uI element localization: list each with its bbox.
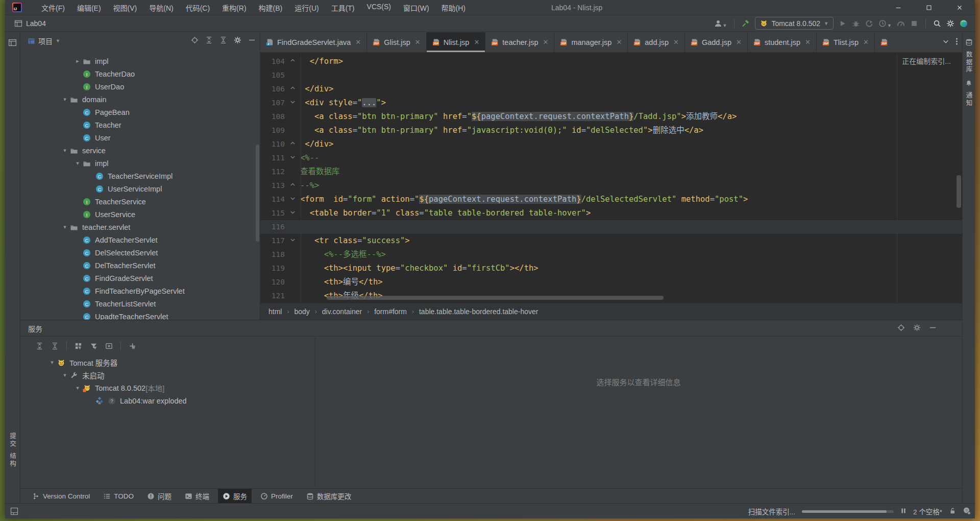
menu-item-1[interactable]: 编辑(E) [72,1,106,15]
chevron-down-icon[interactable]: ▾ [72,160,83,167]
editor-tab-teacher.jsp[interactable]: JSPteacher.jsp✕ [485,32,554,52]
editor-tab-add.jsp[interactable]: JSPadd.jsp✕ [628,32,685,52]
chevron-down-icon[interactable]: ▾ [72,385,83,391]
tree-item-DelTeacherServlet[interactable]: CDelTeacherServlet [20,259,260,272]
pause-icon[interactable] [900,508,906,515]
toolwindow-button-数据库更改[interactable]: 数据库更改 [302,489,356,503]
breadcrumb-item-1[interactable]: body [294,307,309,316]
menu-item-5[interactable]: 重构(R) [217,1,251,15]
breadcrumb-item-0[interactable]: html [268,307,282,316]
gear-icon[interactable] [234,36,241,45]
tree-item-UserDao[interactable]: IUserDao [20,80,260,93]
services-splitter[interactable] [315,337,315,488]
fold-down-icon[interactable] [285,193,300,206]
editor-tab-Glist.jsp[interactable]: JSPGlist.jsp✕ [367,32,426,52]
code-editor[interactable]: 104 </form>105106 </div>107 <div style="… [260,55,962,305]
toolwindow-button-Profiler[interactable]: Profiler [256,490,298,502]
code-line-107[interactable]: 107 <div style="..."> [260,96,962,110]
debug-button-icon[interactable] [852,19,860,28]
tree-item-TeacherListServlet[interactable]: CTeacherListServlet [20,297,260,310]
service-item-Tomcat 服务器[interactable]: ▾Tomcat 服务器 [20,356,187,369]
tree-item-impl[interactable]: ▸impl [20,55,260,67]
editor-hscrollbar[interactable] [327,296,664,300]
notifications-bell-icon[interactable] [963,80,975,87]
services-title[interactable]: 服务 [28,323,42,334]
stripe-structure-label[interactable]: 结构 [8,453,17,467]
menu-item-6[interactable]: 构建(B) [254,1,288,15]
fold-up-icon[interactable] [285,137,300,151]
tree-item-AddTeacherServlet[interactable]: CAddTeacherServlet [20,233,260,246]
tree-item-teacher.servlet[interactable]: ▾teacher.servlet [20,221,260,233]
tree-item-impl[interactable]: ▾impl [20,157,260,170]
tree-item-domain[interactable]: ▾domain [20,93,260,106]
breadcrumb-item-3[interactable]: form#form [374,307,407,316]
menu-item-9[interactable]: VCS(S) [362,1,396,15]
project-scrollbar[interactable] [256,145,259,242]
menu-item-11[interactable]: 帮助(H) [436,1,471,15]
collapse-all-icon[interactable] [219,36,227,45]
search-everywhere-icon[interactable] [933,19,941,28]
code-line-105[interactable]: 105 [260,68,962,82]
project-panel-title[interactable]: 项目 [38,36,53,46]
tab-close-icon[interactable]: ✕ [673,38,679,46]
ide-sphere-icon[interactable] [960,19,968,28]
database-stripe-icon[interactable] [963,38,975,46]
tab-close-icon[interactable]: ✕ [736,38,742,46]
code-line-113[interactable]: 113--%> [260,179,962,193]
menu-item-4[interactable]: 代码(C) [181,1,215,15]
collapse-all-icon[interactable] [51,342,59,350]
group-by-icon[interactable]: ▼ [75,341,82,350]
fold-up-icon[interactable] [285,179,300,193]
editor-vscrollbar[interactable] [957,175,961,208]
code-line-115[interactable]: 115 <table border="1" class="table table… [260,206,962,220]
stripe-commit-label[interactable]: 提交 [8,433,17,447]
help-cloud-icon[interactable]: ? [963,507,971,516]
tree-item-service[interactable]: ▾service [20,144,260,157]
code-line-112[interactable]: 112查看数据库 [260,165,962,179]
code-line-116[interactable]: 116 [260,220,962,234]
chevron-down-icon[interactable]: ▼ [56,38,60,43]
fold-up-icon[interactable] [285,55,300,68]
editor-tab-Nlist.jsp[interactable]: JSPNlist.jsp✕ [427,32,486,52]
chevron-down-icon[interactable]: ▾ [60,372,70,378]
toolwindow-button-问题[interactable]: 问题 [142,489,176,503]
minimize-button[interactable] [883,0,914,15]
maximize-button[interactable] [914,0,944,15]
code-line-104[interactable]: 104 </form> [260,55,962,68]
project-widget[interactable]: Lab04 [14,19,46,28]
tree-item-TeacherService[interactable]: ITeacherService [20,195,260,208]
code-line-111[interactable]: 111<%-- [260,151,962,165]
toolwindow-button-终端[interactable]: 终端 [180,489,214,503]
service-item-Lab04:war exploded[interactable]: G?Lab04:war exploded [20,394,187,407]
code-line-120[interactable]: 120 <th>编号</th> [260,275,962,289]
add-service-icon[interactable]: ▼ [129,341,136,350]
expand-all-icon[interactable] [205,36,213,45]
fold-down-icon[interactable] [285,151,300,165]
chevron-down-icon[interactable]: ▾ [47,359,57,366]
fold-up-icon[interactable] [285,82,300,96]
locate-file-icon[interactable] [191,36,199,45]
code-line-106[interactable]: 106 </div> [260,82,962,96]
code-line-119[interactable]: 119 <th><input type="checkbox" id="first… [260,262,962,275]
service-item-Tomcat 8.0.502[interactable]: ▾Tomcat 8.0.502 [本地] [20,382,187,394]
code-line-118[interactable]: 118 <%--多选框--%> [260,248,962,262]
tab-close-icon[interactable]: ✕ [474,38,479,46]
layout-icon[interactable] [10,504,18,519]
code-line-114[interactable]: 114<form id="form" action="${pageContext… [260,193,962,206]
code-line-109[interactable]: 109 <a class="btn btn-primary" href="jav… [260,124,962,137]
stripe-notifications-label[interactable]: 通知 [964,92,974,107]
menu-item-7[interactable]: 运行(U) [289,1,324,15]
menu-item-10[interactable]: 窗口(W) [398,1,434,15]
project-stripe-icon[interactable] [5,38,20,47]
breadcrumb-item-4[interactable]: table.table.table-bordered.table-hover [419,307,538,316]
tree-item-UpadteTeacherServlet[interactable]: CUpadteTeacherServlet [20,310,260,320]
menu-item-2[interactable]: 视图(V) [108,1,142,15]
toolwindow-button-服务[interactable]: 服务 [218,489,252,503]
run-config-selector[interactable]: Tomcat 8.0.502▼ [755,17,834,30]
tree-item-User[interactable]: CUser [20,131,260,144]
tab-close-icon[interactable]: ✕ [863,38,869,46]
add-to-frame-icon[interactable] [105,342,113,350]
tab-close-icon[interactable]: ✕ [355,38,361,46]
run-button-icon[interactable] [839,19,847,28]
editor-tab-manager.jsp[interactable]: JSPmanager.jsp✕ [554,32,628,52]
